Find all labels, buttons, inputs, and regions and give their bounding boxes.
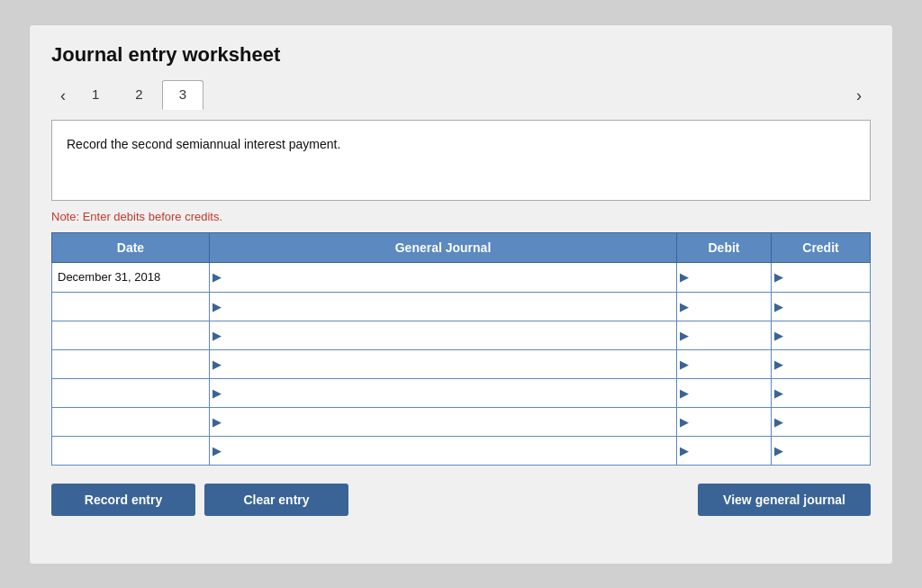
debit-arrow-icon-0: ▶ (677, 270, 692, 284)
debit-arrow-icon-3: ▶ (677, 357, 692, 371)
credit-input-4[interactable] (786, 379, 870, 407)
debit-cell-5[interactable]: ▶ (677, 407, 772, 436)
credit-arrow-icon-6: ▶ (772, 444, 786, 457)
journal-cell-1[interactable]: ▶ (210, 292, 677, 321)
debit-input-3[interactable] (692, 350, 771, 378)
table-row: ▶▶▶ (52, 436, 871, 465)
debit-arrow-icon-4: ▶ (677, 386, 692, 400)
debit-input-2[interactable] (692, 321, 771, 349)
view-general-journal-button[interactable]: View general journal (698, 484, 871, 516)
journal-input-1[interactable] (224, 293, 676, 321)
next-arrow[interactable]: › (847, 87, 871, 109)
tab-1[interactable]: 1 (75, 80, 116, 110)
debit-cell-1[interactable]: ▶ (677, 292, 772, 321)
date-input-4[interactable] (52, 379, 209, 407)
date-input-5[interactable] (52, 408, 209, 436)
main-container: Journal entry worksheet ‹ 1 2 3 › Record… (29, 24, 893, 565)
col-header-credit: Credit (772, 232, 871, 262)
col-header-journal: General Journal (210, 232, 677, 262)
credit-arrow-icon-4: ▶ (772, 386, 786, 400)
credit-arrow-icon-1: ▶ (772, 300, 786, 313)
debit-input-0[interactable] (692, 263, 771, 292)
debit-input-5[interactable] (692, 408, 771, 436)
credit-arrow-icon-2: ▶ (772, 329, 786, 342)
instruction-box: Record the second semiannual interest pa… (51, 120, 871, 201)
date-value-0: December 31, 2018 (52, 263, 209, 292)
tab-2[interactable]: 2 (118, 80, 159, 110)
date-cell-3[interactable] (52, 349, 210, 378)
date-cell-2[interactable] (52, 321, 210, 349)
date-cell-6[interactable] (52, 436, 210, 465)
date-cell-5[interactable] (52, 407, 210, 436)
prev-arrow[interactable]: ‹ (51, 87, 75, 109)
journal-arrow-icon-5: ▶ (210, 415, 224, 429)
record-entry-button[interactable]: Record entry (51, 484, 195, 516)
col-header-date: Date (52, 232, 210, 262)
table-row: ▶▶▶ (52, 292, 871, 321)
credit-arrow-icon-0: ▶ (772, 270, 786, 284)
debit-arrow-icon-5: ▶ (677, 415, 692, 429)
credit-cell-6[interactable]: ▶ (772, 436, 871, 465)
journal-table: Date General Journal Debit Credit Decemb… (51, 232, 871, 466)
journal-cell-4[interactable]: ▶ (210, 378, 677, 407)
credit-input-5[interactable] (786, 408, 870, 436)
date-input-1[interactable] (52, 293, 209, 321)
table-row: ▶▶▶ (52, 321, 871, 349)
buttons-row: Record entry Clear entry View general jo… (51, 484, 871, 516)
debit-arrow-icon-1: ▶ (677, 300, 692, 313)
credit-arrow-icon-3: ▶ (772, 357, 786, 371)
date-input-2[interactable] (52, 321, 209, 349)
credit-input-3[interactable] (786, 350, 870, 378)
date-input-6[interactable] (52, 437, 209, 465)
credit-cell-0[interactable]: ▶ (772, 262, 871, 292)
date-input-3[interactable] (52, 350, 209, 378)
debit-cell-0[interactable]: ▶ (677, 262, 772, 292)
journal-arrow-icon-0: ▶ (210, 270, 224, 284)
journal-input-6[interactable] (224, 437, 676, 465)
col-header-debit: Debit (677, 232, 772, 262)
journal-input-0[interactable] (224, 263, 676, 292)
credit-input-0[interactable] (786, 263, 870, 292)
credit-cell-4[interactable]: ▶ (772, 378, 871, 407)
date-cell-4[interactable] (52, 378, 210, 407)
journal-input-3[interactable] (224, 350, 676, 378)
credit-cell-1[interactable]: ▶ (772, 292, 871, 321)
credit-input-1[interactable] (786, 293, 870, 321)
debit-input-1[interactable] (692, 293, 771, 321)
journal-input-5[interactable] (224, 408, 676, 436)
credit-input-2[interactable] (786, 321, 870, 349)
debit-cell-2[interactable]: ▶ (677, 321, 772, 349)
clear-entry-button[interactable]: Clear entry (204, 484, 348, 516)
journal-arrow-icon-1: ▶ (210, 300, 224, 313)
journal-cell-5[interactable]: ▶ (210, 407, 677, 436)
credit-cell-2[interactable]: ▶ (772, 321, 871, 349)
credit-cell-3[interactable]: ▶ (772, 349, 871, 378)
date-cell-1[interactable] (52, 292, 210, 321)
journal-cell-3[interactable]: ▶ (210, 349, 677, 378)
journal-arrow-icon-6: ▶ (210, 444, 224, 457)
tab-3[interactable]: 3 (162, 80, 203, 110)
journal-cell-0[interactable]: ▶ (210, 262, 677, 292)
instruction-text: Record the second semiannual interest pa… (67, 137, 340, 151)
debit-input-4[interactable] (692, 379, 771, 407)
table-row: ▶▶▶ (52, 407, 871, 436)
debit-cell-4[interactable]: ▶ (677, 378, 772, 407)
debit-cell-3[interactable]: ▶ (677, 349, 772, 378)
journal-arrow-icon-3: ▶ (210, 357, 224, 371)
table-row: ▶▶▶ (52, 349, 871, 378)
credit-arrow-icon-5: ▶ (772, 415, 786, 429)
table-row: December 31, 2018▶▶▶ (52, 262, 871, 292)
credit-input-6[interactable] (786, 437, 870, 465)
date-cell-0[interactable]: December 31, 2018 (52, 262, 210, 292)
journal-cell-6[interactable]: ▶ (210, 436, 677, 465)
debit-cell-6[interactable]: ▶ (677, 436, 772, 465)
debit-arrow-icon-6: ▶ (677, 444, 692, 457)
journal-arrow-icon-4: ▶ (210, 386, 224, 400)
debit-input-6[interactable] (692, 437, 771, 465)
credit-cell-5[interactable]: ▶ (772, 407, 871, 436)
journal-input-4[interactable] (224, 379, 676, 407)
journal-cell-2[interactable]: ▶ (210, 321, 677, 349)
debit-arrow-icon-2: ▶ (677, 329, 692, 342)
journal-input-2[interactable] (224, 321, 676, 349)
table-row: ▶▶▶ (52, 378, 871, 407)
